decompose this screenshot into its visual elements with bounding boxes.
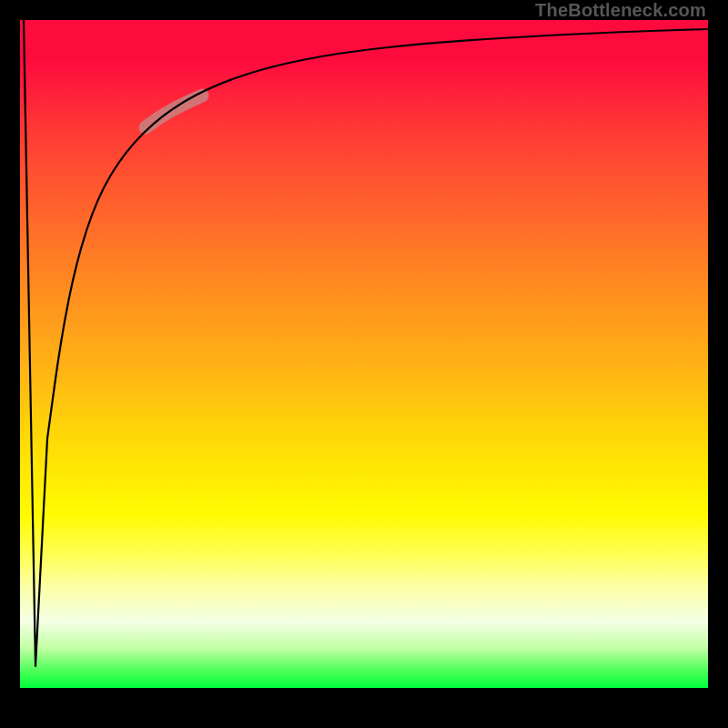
bottleneck-curve	[24, 20, 708, 666]
curve-layer	[20, 20, 708, 688]
axis-frame-left	[0, 0, 20, 728]
axis-frame-right	[708, 0, 728, 728]
chart-container: TheBottleneck.com	[0, 0, 728, 728]
plot-area	[20, 20, 708, 688]
axis-frame-bottom	[0, 688, 728, 728]
watermark-text: TheBottleneck.com	[535, 0, 706, 21]
